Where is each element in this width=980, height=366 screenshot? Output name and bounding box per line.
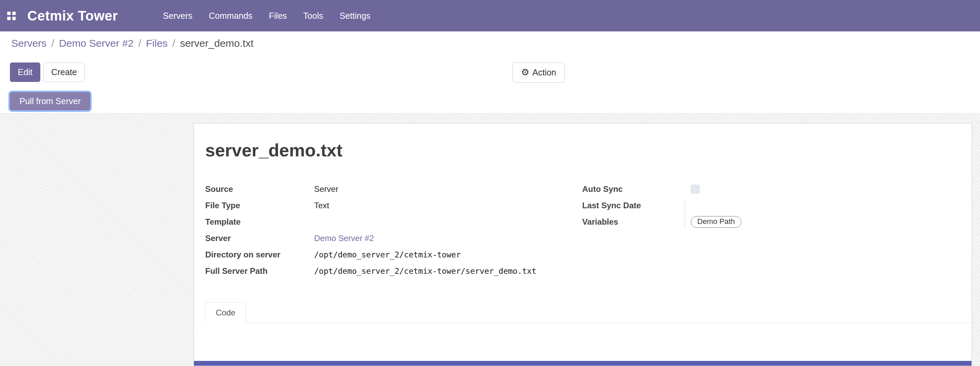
code-editor-top-strip xyxy=(194,361,972,366)
menu-item-settings[interactable]: Settings xyxy=(331,0,378,32)
breadcrumb: Servers / Demo Server #2 / Files / serve… xyxy=(11,38,253,49)
variable-tag-demo-path: Demo Path xyxy=(691,216,741,228)
field-group-left: Source Server File Type Text Template Se… xyxy=(205,181,574,279)
field-value-server-link[interactable]: Demo Server #2 xyxy=(314,234,374,243)
header-actions-row: Pull from Server xyxy=(10,92,90,110)
field-label-server: Server xyxy=(205,234,314,243)
pull-from-server-button[interactable]: Pull from Server xyxy=(10,92,90,110)
field-value-file-type: Text xyxy=(314,201,329,210)
control-panel: Servers / Demo Server #2 / Files / serve… xyxy=(0,32,980,114)
menu-item-tools[interactable]: Tools xyxy=(295,0,331,32)
breadcrumb-separator: / xyxy=(138,38,141,49)
record-title: server_demo.txt xyxy=(205,140,342,161)
field-row-server: Server Demo Server #2 xyxy=(205,230,574,247)
notebook-tabs-line xyxy=(205,323,972,323)
navbar-menu: Servers Commands Files Tools Settings xyxy=(155,0,378,32)
top-navbar: Cetmix Tower Servers Commands Files Tool… xyxy=(0,0,980,32)
field-label-directory: Directory on server xyxy=(205,250,314,259)
field-label-last-sync: Last Sync Date xyxy=(582,201,691,210)
edit-create-buttons: Edit Create xyxy=(10,62,85,82)
field-label-full-path: Full Server Path xyxy=(205,266,314,276)
field-label-variables: Variables xyxy=(582,217,691,227)
field-row-variables: Variables Demo Path xyxy=(582,214,958,230)
field-row-auto-sync: Auto Sync xyxy=(582,181,958,197)
field-row-template: Template xyxy=(205,214,574,230)
apps-grid-icon xyxy=(7,12,16,20)
field-row-full-path: Full Server Path /opt/demo_server_2/cetm… xyxy=(205,263,574,279)
breadcrumb-link-demo-server-2[interactable]: Demo Server #2 xyxy=(59,38,134,49)
breadcrumb-link-servers[interactable]: Servers xyxy=(11,38,46,49)
field-column-divider xyxy=(685,199,685,228)
menu-item-files[interactable]: Files xyxy=(261,0,295,32)
breadcrumb-link-files[interactable]: Files xyxy=(146,38,167,49)
menu-item-servers[interactable]: Servers xyxy=(155,0,200,32)
tab-code[interactable]: Code xyxy=(205,302,246,323)
field-label-auto-sync: Auto Sync xyxy=(582,185,691,194)
field-value-source: Server xyxy=(314,185,338,194)
field-row-last-sync: Last Sync Date xyxy=(582,197,958,214)
field-value-directory: /opt/demo_server_2/cetmix-tower xyxy=(314,250,461,259)
action-menu-button[interactable]: Action xyxy=(512,62,565,83)
gear-icon xyxy=(521,68,529,78)
menu-item-commands[interactable]: Commands xyxy=(200,0,261,32)
apps-menu-button[interactable] xyxy=(0,0,22,32)
action-label: Action xyxy=(532,68,556,78)
field-label-file-type: File Type xyxy=(205,201,314,210)
field-row-source: Source Server xyxy=(205,181,574,197)
auto-sync-checkbox[interactable] xyxy=(691,185,700,194)
field-group-right: Auto Sync Last Sync Date Variables Demo … xyxy=(582,181,958,230)
field-value-full-path: /opt/demo_server_2/cetmix-tower/server_d… xyxy=(314,267,536,275)
content-area: server_demo.txt Source Server File Type … xyxy=(0,114,980,366)
field-row-file-type: File Type Text xyxy=(205,197,574,214)
field-row-directory: Directory on server /opt/demo_server_2/c… xyxy=(205,247,574,263)
app-brand[interactable]: Cetmix Tower xyxy=(27,8,118,24)
field-label-source: Source xyxy=(205,185,314,194)
edit-button[interactable]: Edit xyxy=(10,62,40,82)
create-button[interactable]: Create xyxy=(43,62,85,82)
breadcrumb-separator: / xyxy=(172,38,175,49)
field-label-template: Template xyxy=(205,217,314,227)
form-sheet: server_demo.txt Source Server File Type … xyxy=(194,123,972,366)
breadcrumb-separator: / xyxy=(51,38,54,49)
breadcrumb-current: server_demo.txt xyxy=(180,38,253,49)
